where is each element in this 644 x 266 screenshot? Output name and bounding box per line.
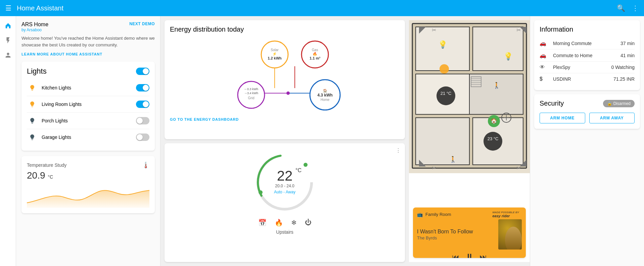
arm-home-button[interactable]: ARM HOME — [540, 113, 585, 123]
temp-study-title: Temperature Study — [27, 162, 66, 168]
svg-point-4 — [286, 91, 290, 95]
media-player-container: 📺 Family Room MADE POSSIBLE BY easy ride… — [409, 207, 530, 262]
svg-text:Solar: Solar — [271, 48, 279, 52]
header-actions: 🔍 ⋮ — [617, 4, 639, 12]
svg-text:Home: Home — [321, 98, 330, 102]
search-icon[interactable]: 🔍 — [617, 4, 625, 12]
temp-card-header: Temperature Study 🌡️ — [27, 161, 149, 169]
left-panel: ARS Home by Arsaboo NEXT DEMO Welcome ho… — [16, 16, 160, 266]
security-buttons: ARM HOME ARM AWAY — [540, 113, 635, 123]
status-badge-text: Disarmed — [613, 101, 631, 106]
energy-diagram: Solar ⚡ 1.2 kWh Gas 🔥 1.1 m³ ←0.3 kWh →3… — [170, 36, 400, 113]
bulb-icon — [27, 132, 38, 143]
porch-lights-toggle[interactable] — [136, 117, 149, 124]
temperature-card: Temperature Study 🌡️ 20.9 °C — [21, 156, 155, 213]
app-title: Home Assistant — [17, 4, 617, 12]
svg-text:🔥: 🔥 — [313, 51, 317, 56]
list-item: Kitchen Lights — [27, 80, 149, 96]
light-name: Porch Lights — [42, 118, 136, 123]
media-artist: The Byrds — [417, 235, 498, 240]
security-status-badge: 🔒 Disarmed — [603, 100, 635, 107]
thermostat-location: Upstairs — [276, 229, 293, 235]
media-room-label: Family Room — [425, 212, 451, 217]
svg-text:✂: ✂ — [516, 165, 521, 171]
main-layout: ARS Home by Arsaboo NEXT DEMO Welcome ho… — [16, 16, 644, 266]
sidebar-item-lightning[interactable] — [1, 34, 15, 47]
garage-lights-toggle[interactable] — [136, 134, 149, 141]
sidebar — [0, 16, 16, 266]
energy-dashboard-link[interactable]: GO TO THE ENERGY DASHBOARD — [170, 117, 400, 121]
thermostat-flame-icon[interactable]: 🔥 — [275, 219, 283, 227]
information-card: Information 🚗 Morning Commute 37 min 🚗 C… — [534, 20, 640, 90]
security-header: Security 🔒 Disarmed — [540, 100, 635, 107]
media-prev-button[interactable]: ⏮ — [452, 253, 459, 258]
ars-home-info: ARS Home by Arsaboo — [21, 22, 48, 32]
list-item: $ USDINR 71.25 INR — [540, 73, 635, 85]
svg-text:Auto - Away: Auto - Away — [274, 190, 295, 194]
svg-text:4.3 kWh: 4.3 kWh — [317, 93, 332, 98]
media-logo: MADE POSSIBLE BY easy rider — [492, 211, 519, 218]
album-art — [498, 219, 522, 250]
svg-text:1.2 kWh: 1.2 kWh — [268, 56, 282, 60]
sidebar-item-person[interactable] — [1, 48, 15, 62]
bulb-icon — [27, 82, 38, 93]
lock-icon: 🔒 — [607, 101, 612, 106]
media-player: 📺 Family Room MADE POSSIBLE BY easy ride… — [413, 207, 526, 258]
media-controls: ⏮ ⏸ ⏭ — [413, 250, 526, 258]
information-title: Information — [540, 26, 635, 33]
sidebar-item-home[interactable] — [1, 19, 15, 32]
next-demo-button[interactable]: NEXT DEMO — [129, 22, 155, 26]
arm-away-button[interactable]: ARM AWAY — [589, 113, 635, 123]
security-title: Security — [540, 100, 564, 107]
usdinr-value: 71.25 INR — [613, 76, 635, 82]
media-text: I Wasn't Born To Follow The Byrds — [417, 229, 498, 240]
living-room-lights-toggle[interactable] — [136, 101, 149, 108]
svg-text:°C: °C — [295, 167, 302, 173]
svg-text:✂: ✂ — [516, 27, 521, 33]
car-icon: 🚗 — [540, 52, 549, 59]
dollar-icon: $ — [540, 76, 549, 82]
svg-rect-33 — [416, 118, 469, 165]
svg-text:✂: ✂ — [432, 165, 436, 171]
light-name: Living Room Lights — [42, 102, 136, 107]
svg-text:⚡: ⚡ — [272, 51, 277, 56]
list-item: Porch Lights — [27, 113, 149, 129]
media-content: I Wasn't Born To Follow The Byrds — [413, 219, 526, 250]
svg-text:💡: 💡 — [438, 40, 448, 49]
thermostat-card: ⋮ 22 °C 20.0 - 24.0 Auto - Away 📅 🔥 — [165, 143, 405, 262]
media-header: 📺 Family Room MADE POSSIBLE BY easy ride… — [413, 207, 526, 219]
menu-icon[interactable]: ☰ — [5, 4, 11, 12]
svg-text:🚶: 🚶 — [449, 156, 457, 163]
svg-text:Grid: Grid — [248, 96, 255, 100]
eye-icon: 👁 — [540, 64, 549, 70]
floorplan-panel: 21 °C 23 °C 💡 💡 🏠 ✂ ✂ ✂ ✂ — [409, 20, 530, 262]
media-play-pause-button[interactable]: ⏸ — [465, 252, 474, 258]
svg-point-43 — [484, 132, 502, 151]
thermostat-fan-icon[interactable]: ❄ — [291, 219, 297, 227]
list-item: Garage Lights — [27, 129, 149, 145]
kitchen-lights-toggle[interactable] — [136, 84, 149, 91]
svg-rect-31 — [473, 27, 523, 71]
commute-home-value: 41 min — [620, 53, 635, 58]
ars-home-link[interactable]: by Arsaboo — [21, 28, 48, 32]
thermostat-schedule-icon[interactable]: 📅 — [258, 219, 267, 227]
learn-more-link[interactable]: LEARN MORE ABOUT HOME ASSISTANT — [21, 52, 155, 56]
welcome-text: Welcome home! You've reached the Home As… — [21, 35, 155, 48]
thermostat-menu-icon[interactable]: ⋮ — [396, 147, 401, 154]
floorplan-svg: 21 °C 23 °C 💡 💡 🏠 ✂ ✂ ✂ ✂ — [409, 20, 530, 173]
energy-title: Energy distribution today — [170, 26, 400, 33]
center-panel: Energy distribution today Solar ⚡ 1.2 kW… — [160, 16, 409, 266]
svg-rect-35 — [469, 74, 523, 114]
morning-commute-label: Morning Commute — [553, 41, 620, 46]
svg-text:🚶: 🚶 — [493, 82, 501, 89]
media-next-button[interactable]: ⏭ — [479, 253, 487, 258]
svg-text:✂: ✂ — [432, 27, 436, 33]
list-item: 🚗 Commute to Home 41 min — [540, 49, 635, 62]
lights-title: Lights — [27, 67, 47, 76]
lights-master-toggle[interactable] — [136, 68, 149, 75]
list-item: Living Room Lights — [27, 96, 149, 113]
thermostat-power-icon[interactable]: ⏻ — [305, 219, 312, 227]
more-options-icon[interactable]: ⋮ — [632, 4, 639, 12]
svg-text:21 °C: 21 °C — [441, 91, 452, 96]
temp-display: 20.9 °C — [27, 170, 149, 181]
